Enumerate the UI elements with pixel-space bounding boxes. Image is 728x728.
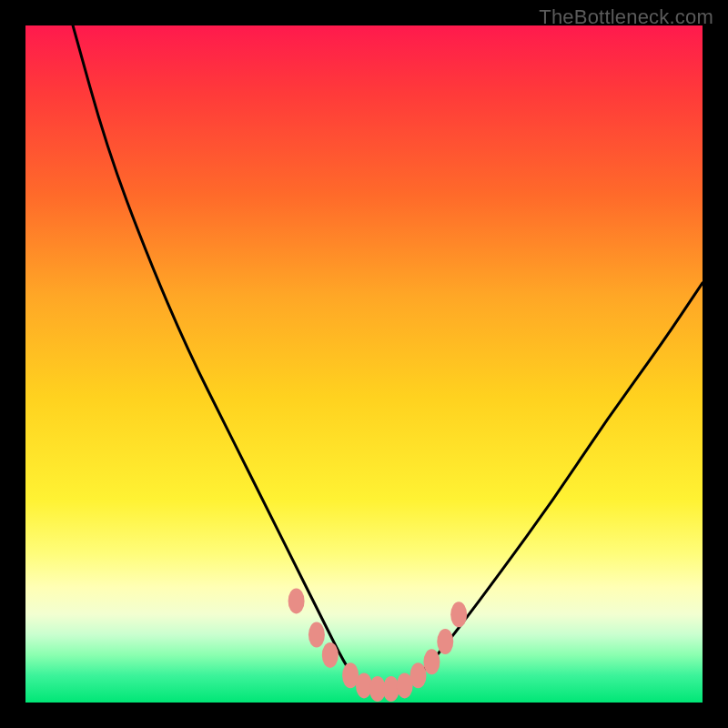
plot-area [25,25,703,703]
chart-frame: TheBottleneck.com [0,0,728,728]
marker-dot [322,642,339,668]
marker-dot [437,629,453,654]
bottleneck-curve [25,25,703,703]
marker-dot [450,602,467,627]
curve-path [73,25,703,689]
marker-dot [308,622,325,648]
marker-dot [410,662,427,688]
marker-dot [288,588,305,613]
watermark-text: TheBottleneck.com [539,5,713,29]
marker-dot [423,649,440,674]
